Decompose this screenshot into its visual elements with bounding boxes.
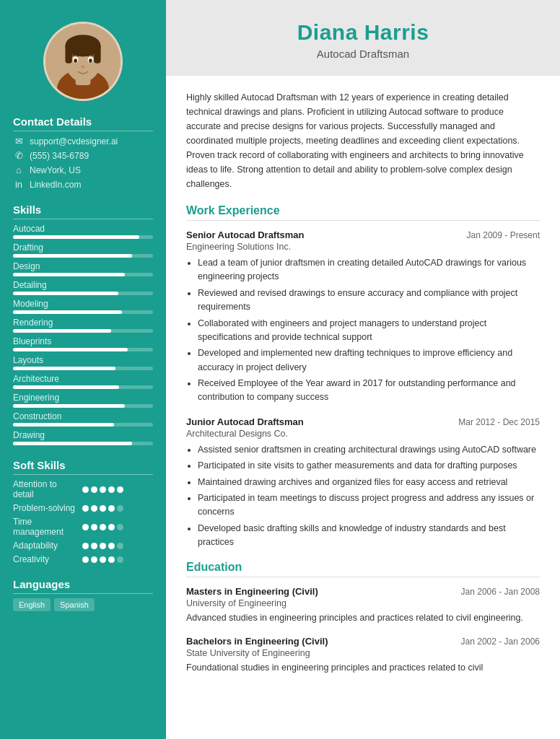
dot <box>82 524 89 530</box>
education-block: Masters in Engineering (Civil) Jan 2006 … <box>186 586 540 625</box>
dot <box>108 524 115 530</box>
job-bullet: Collaborated with engineers and project … <box>198 317 540 345</box>
skill-bar-fill <box>13 442 132 445</box>
soft-skill-item: Adaptability <box>13 541 153 551</box>
skills-section: Skills Autocad Drafting Design Detailing… <box>0 204 166 449</box>
header: Diana Harris Autocad Draftsman <box>166 0 560 76</box>
dot <box>108 505 115 512</box>
skill-bar-bg <box>13 310 153 314</box>
skill-bar-fill <box>13 385 119 389</box>
language-tag: Spanish <box>54 598 95 611</box>
edu-dates: Jan 2006 - Jan 2008 <box>461 587 540 597</box>
skill-bar-fill <box>13 254 132 258</box>
job-bullet: Assisted senior draftsmen in creating ar… <box>198 443 540 457</box>
edu-header: Bachelors in Engineering (Civil) Jan 200… <box>186 636 540 647</box>
job-title: Junior Autocad Draftsman <box>186 416 304 427</box>
skill-name: Construction <box>13 411 153 421</box>
edu-description: Advanced studies in engineering principl… <box>186 611 540 625</box>
education-title: Education <box>186 561 540 577</box>
candidate-name: Diana Harris <box>188 20 538 45</box>
dot <box>117 524 123 530</box>
job-company: Engineering Solutions Inc. <box>186 242 540 252</box>
edu-school: State University of Engineering <box>186 648 540 658</box>
job-bullet: Developed basic drafting skills and know… <box>198 522 540 550</box>
edu-dates: Jan 2002 - Jan 2006 <box>461 637 540 647</box>
skill-bar-bg <box>13 385 153 389</box>
soft-skill-item: Creativity <box>13 554 153 564</box>
work-experience-title: Work Experience <box>186 204 540 221</box>
dots <box>82 505 123 512</box>
content-area: Highly skilled Autocad Draftsman with 12… <box>166 76 560 699</box>
contact-item: ✆(555) 345-6789 <box>13 150 153 161</box>
skills-list: Autocad Drafting Design Detailing Modeli… <box>13 224 153 445</box>
dot <box>91 543 97 549</box>
job-company: Architectural Designs Co. <box>186 429 540 439</box>
dot <box>108 543 115 549</box>
skill-bar-bg <box>13 404 153 408</box>
skills-title: Skills <box>13 204 153 219</box>
job-bullet: Received Employee of the Year award in 2… <box>198 377 540 405</box>
job-dates: Jan 2009 - Present <box>467 230 540 240</box>
edu-header: Masters in Engineering (Civil) Jan 2006 … <box>186 586 540 597</box>
job-block: Senior Autocad Draftsman Jan 2009 - Pres… <box>186 229 540 405</box>
skill-bar-bg <box>13 423 153 427</box>
soft-skill-name: Attention to detail <box>13 479 78 499</box>
summary-text: Highly skilled Autocad Draftsman with 12… <box>186 90 540 191</box>
skill-bar-bg <box>13 254 153 258</box>
soft-skills-section: Soft Skills Attention to detailProblem-s… <box>0 459 166 568</box>
job-bullets: Assisted senior draftsmen in creating ar… <box>186 443 540 550</box>
skill-bar-fill <box>13 423 114 427</box>
edu-description: Foundational studies in engineering prin… <box>186 661 540 675</box>
skill-bar-fill <box>13 348 128 351</box>
skill-bar-bg <box>13 235 153 239</box>
soft-skill-name: Creativity <box>13 554 78 564</box>
skill-bar-bg <box>13 367 153 370</box>
dot <box>82 505 89 512</box>
skill-item: Drawing <box>13 430 153 445</box>
dot <box>100 524 106 530</box>
language-tag: English <box>13 598 51 611</box>
language-tags: EnglishSpanish <box>13 598 153 611</box>
skill-item: Construction <box>13 411 153 427</box>
contact-item: inLinkedIn.com <box>13 179 153 190</box>
contact-text: NewYork, US <box>30 165 81 175</box>
soft-skill-item: Time management <box>13 517 153 537</box>
dot <box>108 556 115 563</box>
contact-item: ⌂NewYork, US <box>13 165 153 175</box>
jobs-list: Senior Autocad Draftsman Jan 2009 - Pres… <box>186 229 540 549</box>
dots <box>82 556 123 563</box>
skill-bar-fill <box>13 310 122 314</box>
svg-point-10 <box>89 58 92 63</box>
sidebar: Contact Details ✉support@cvdesigner.ai✆(… <box>0 0 166 739</box>
skill-bar-bg <box>13 329 153 333</box>
contact-icon: ⌂ <box>13 165 25 175</box>
skill-name: Autocad <box>13 224 153 234</box>
languages-title: Languages <box>13 578 153 594</box>
soft-skills-title: Soft Skills <box>13 459 153 475</box>
dot <box>100 486 106 493</box>
skill-bar-bg <box>13 273 153 276</box>
job-bullet: Maintained drawing archives and organize… <box>198 476 540 489</box>
dot <box>100 505 106 512</box>
job-bullet: Participated in team meetings to discuss… <box>198 491 540 520</box>
dot <box>100 543 106 549</box>
skill-item: Detailing <box>13 280 153 295</box>
dot <box>117 505 123 512</box>
job-dates: Mar 2012 - Dec 2015 <box>458 417 540 427</box>
skill-item: Architecture <box>13 374 153 389</box>
svg-point-9 <box>74 58 77 63</box>
dot <box>82 543 89 549</box>
skill-name: Drawing <box>13 430 153 440</box>
job-bullet: Participated in site visits to gather me… <box>198 459 540 473</box>
skill-item: Drafting <box>13 242 153 258</box>
skill-item: Blueprints <box>13 336 153 351</box>
dot <box>117 556 123 563</box>
soft-skill-item: Problem-solving <box>13 503 153 513</box>
job-bullet: Reviewed and revised drawings to ensure … <box>198 287 540 315</box>
dot <box>117 486 123 493</box>
dots <box>82 524 123 530</box>
skill-bar-fill <box>13 292 118 295</box>
contact-text: LinkedIn.com <box>30 180 81 190</box>
job-header: Senior Autocad Draftsman Jan 2009 - Pres… <box>186 229 540 240</box>
dot <box>117 543 123 549</box>
